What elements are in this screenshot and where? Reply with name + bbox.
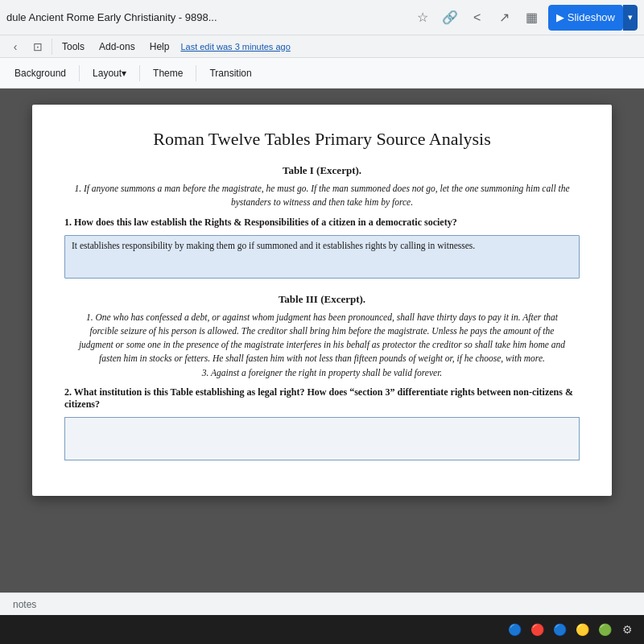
table3-heading: Table III (Excerpt). — [64, 293, 580, 306]
comment-icon[interactable]: < — [466, 6, 489, 29]
back-icon[interactable]: ‹ — [5, 36, 26, 57]
taskbar-icon-3[interactable]: 🔵 — [551, 621, 568, 638]
divider-2 — [79, 65, 80, 81]
table1-excerpt: 1. If anyone summons a man before the ma… — [64, 182, 580, 210]
menu-bar: ‹ ⊡ Tools Add-ons Help Last edit was 3 m… — [0, 35, 644, 58]
slide-canvas: Roman Twelve Tables Primary Source Analy… — [32, 105, 612, 496]
main-area: Roman Twelve Tables Primary Source Analy… — [0, 89, 644, 592]
taskbar-icon-5[interactable]: 🟢 — [596, 621, 613, 638]
slideshow-button[interactable]: ▶ Slideshow — [548, 5, 623, 31]
top-bar-icons: ☆ 🔗 < ↗ ▦ ▶ Slideshow ▾ — [411, 5, 638, 31]
menu-item-tools[interactable]: Tools — [56, 39, 91, 55]
layout-label: Layout — [93, 68, 122, 79]
slideshow-group: ▶ Slideshow ▾ — [548, 5, 638, 31]
question1-text: 1. How does this law establish the Right… — [64, 217, 580, 229]
image-icon[interactable]: ⊡ — [27, 36, 48, 57]
divider-3 — [139, 65, 140, 81]
layout-button[interactable]: Layout▾ — [85, 64, 134, 82]
slideshow-dropdown[interactable]: ▾ — [623, 5, 638, 31]
grid-icon[interactable]: ▦ — [521, 6, 543, 29]
answer-box-1[interactable]: It establishes responsibility by making … — [64, 235, 580, 279]
taskbar-icon-2[interactable]: 🔴 — [528, 621, 546, 638]
divider-4 — [196, 65, 196, 81]
last-edit-text[interactable]: Last edit was 3 minutes ago — [180, 42, 290, 52]
trending-icon[interactable]: ↗ — [493, 6, 516, 29]
answer1-text: It establishes responsibility by making … — [72, 241, 475, 250]
question1-label: 1. How does this law establish the Right… — [64, 217, 457, 228]
top-bar: dule Ancient Rome Early Christianity - 9… — [0, 0, 644, 35]
taskbar-icon-4[interactable]: 🟡 — [573, 621, 591, 638]
taskbar-icon-6[interactable]: ⚙ — [618, 621, 636, 638]
slide-title: Roman Twelve Tables Primary Source Analy… — [64, 129, 580, 150]
slide-area: Roman Twelve Tables Primary Source Analy… — [0, 89, 644, 592]
play-icon: ▶ — [556, 11, 564, 23]
divider-1 — [52, 39, 52, 55]
format-bar: Background Layout▾ Theme Transition — [0, 58, 644, 89]
table1-heading: Table I (Excerpt). — [64, 164, 580, 177]
menu-item-help[interactable]: Help — [143, 39, 176, 55]
page-title: dule Ancient Rome Early Christianity - 9… — [6, 11, 407, 23]
notes-label: notes — [13, 599, 36, 610]
transition-button[interactable]: Transition — [201, 64, 259, 82]
link-icon[interactable]: 🔗 — [439, 6, 461, 29]
answer-box-2[interactable] — [64, 417, 580, 460]
table3-excerpt: 1. One who has confessed a debt, or agai… — [64, 311, 580, 380]
taskbar: 🔵 🔴 🔵 🟡 🟢 ⚙ — [0, 615, 644, 644]
background-button[interactable]: Background — [6, 64, 74, 82]
question2-text: 2. What institution is this Table establ… — [64, 386, 580, 411]
notes-bar: notes — [0, 592, 644, 615]
taskbar-icon-1[interactable]: 🔵 — [506, 621, 523, 638]
menu-item-addons[interactable]: Add-ons — [93, 39, 142, 55]
star-icon[interactable]: ☆ — [411, 6, 434, 29]
slideshow-label: Slideshow — [568, 11, 615, 23]
theme-button[interactable]: Theme — [145, 64, 191, 82]
